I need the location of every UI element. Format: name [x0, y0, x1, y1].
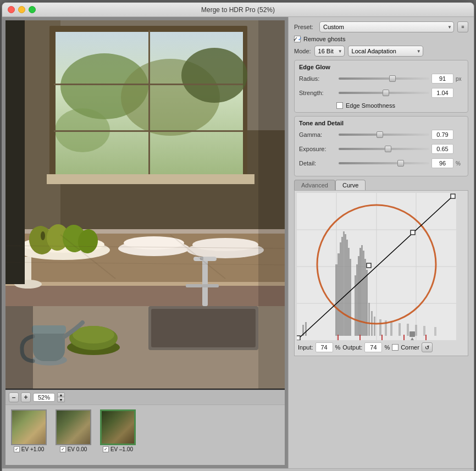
adaptation-select[interactable]: Local Adaptation Equalize Histogram High…	[348, 46, 423, 57]
preset-menu-button[interactable]: ≡	[457, 21, 468, 32]
corner-checkbox[interactable]	[392, 344, 398, 351]
exposure-slider[interactable]	[339, 148, 429, 150]
svg-rect-14	[47, 174, 254, 184]
zoom-step-up[interactable]: ▲	[57, 392, 65, 397]
tab-advanced[interactable]: Advanced	[294, 180, 335, 190]
svg-rect-89	[434, 327, 436, 336]
exposure-label: Exposure:	[299, 146, 336, 152]
tone-detail-title: Tone and Detail	[299, 120, 463, 126]
detail-slider[interactable]	[339, 162, 429, 164]
zoom-out-button[interactable]: –	[9, 392, 19, 402]
svg-rect-88	[423, 326, 425, 336]
gamma-label: Gamma:	[299, 131, 336, 138]
svg-rect-72	[356, 264, 358, 336]
thumb-check-3[interactable]: ✓	[103, 446, 109, 452]
gamma-slider[interactable]	[339, 134, 429, 136]
preset-select[interactable]: Custom Default Photorealistic	[319, 21, 454, 32]
thumb-label-2: ✓ EV 0.00	[60, 446, 87, 452]
zoom-stepper[interactable]: ▲ ▼	[57, 392, 65, 402]
svg-rect-48	[5, 20, 25, 284]
svg-rect-97	[297, 336, 300, 340]
curve-panel: Input: 74 % Output: 74 % Corner ↺	[294, 190, 468, 356]
svg-rect-86	[407, 324, 409, 336]
zoom-in-button[interactable]: +	[21, 392, 31, 402]
bit-depth-select[interactable]: 8 Bit 16 Bit 32 Bit	[314, 46, 345, 57]
svg-rect-68	[346, 240, 348, 336]
svg-rect-62	[335, 264, 337, 336]
strength-slider[interactable]	[339, 92, 429, 94]
strength-label: Strength:	[299, 90, 336, 96]
thumb-check-2[interactable]: ✓	[60, 446, 66, 452]
window-title: Merge to HDR Pro (52%)	[201, 6, 275, 14]
svg-rect-45	[32, 325, 66, 334]
zoom-value: 52%	[33, 393, 55, 402]
edge-smoothness-row: Edge Smoothness	[299, 102, 463, 109]
svg-rect-67	[345, 234, 346, 336]
output-label: Output:	[342, 344, 362, 351]
svg-rect-13	[54, 130, 243, 132]
preview-container	[5, 20, 285, 390]
svg-rect-39	[202, 284, 219, 287]
gamma-row: Gamma: 0.79	[299, 130, 463, 140]
svg-rect-85	[398, 323, 401, 336]
bottom-buttons: Cancel OK	[2, 468, 474, 471]
curve-svg	[297, 193, 456, 340]
tone-detail-section: Tone and Detail Gamma: 0.79 Exposure: 0.…	[294, 116, 468, 176]
strength-slider-area	[339, 92, 429, 94]
svg-rect-71	[355, 275, 356, 336]
radius-row: Radius: 91 px	[299, 74, 463, 84]
svg-rect-78	[366, 270, 368, 336]
svg-rect-66	[343, 231, 345, 336]
thumbnail-3[interactable]: ✓ EV –1.00	[100, 409, 136, 452]
curve-canvas[interactable]	[297, 193, 456, 340]
thumbnail-2[interactable]: ✓ EV 0.00	[56, 409, 91, 452]
curve-bottom-controls: Input: 74 % Output: 74 % Corner ↺	[297, 340, 466, 353]
detail-slider-area	[339, 162, 429, 164]
edge-smoothness-label: Edge Smoothness	[346, 102, 395, 109]
thumb-image-1	[11, 409, 47, 445]
gamma-value[interactable]: 0.79	[431, 130, 453, 140]
detail-value[interactable]: 96	[431, 158, 453, 168]
exposure-row: Exposure: 0.65	[299, 144, 463, 154]
minimize-button[interactable]	[18, 6, 25, 13]
thumb-label-3: ✓ EV –1.00	[103, 446, 133, 452]
edge-glow-section: Edge Glow Radius: 91 px Strength: 1.04	[294, 60, 468, 113]
radius-slider-area	[339, 77, 429, 80]
close-button[interactable]	[8, 6, 15, 13]
thumbnail-1[interactable]: ✓ EV +1.00	[11, 409, 47, 452]
thumb-check-1[interactable]: ✓	[14, 446, 20, 452]
tab-curve[interactable]: Curve	[335, 180, 366, 190]
svg-rect-99	[367, 263, 371, 268]
mode-label: Mode:	[294, 48, 311, 54]
content-area: – + 52% ▲ ▼ ✓ EV +1.00	[2, 17, 474, 468]
adaptation-select-wrapper: Local Adaptation Equalize Histogram High…	[348, 46, 423, 57]
svg-rect-18	[5, 281, 285, 286]
svg-rect-82	[379, 319, 381, 336]
svg-rect-73	[358, 256, 359, 336]
svg-rect-34	[151, 309, 256, 347]
curve-reset-button[interactable]: ↺	[422, 342, 433, 352]
zoom-button[interactable]	[29, 6, 36, 13]
svg-rect-38	[186, 284, 202, 287]
corner-label: Corner	[401, 344, 419, 351]
preset-select-wrapper: Custom Default Photorealistic ▼	[319, 21, 454, 32]
preview-image	[5, 20, 285, 389]
radius-value[interactable]: 91	[431, 74, 453, 84]
remove-ghosts-checkbox[interactable]: ✓	[294, 36, 301, 42]
exposure-value[interactable]: 0.65	[431, 144, 453, 154]
strength-value[interactable]: 1.04	[431, 88, 453, 98]
input-value[interactable]: 74	[316, 342, 333, 352]
thumb-preview-2	[57, 411, 90, 444]
input-label: Input:	[298, 344, 313, 351]
edge-glow-title: Edge Glow	[299, 64, 463, 70]
detail-unit: %	[456, 160, 463, 167]
output-value[interactable]: 74	[364, 342, 382, 352]
radius-slider[interactable]	[339, 77, 429, 80]
main-window: Merge to HDR Pro (52%)	[2, 2, 474, 471]
svg-rect-12	[54, 84, 243, 85]
zoom-step-down[interactable]: ▼	[57, 397, 65, 402]
preset-label: Preset:	[294, 24, 316, 30]
edge-smoothness-checkbox[interactable]	[336, 102, 343, 109]
bit-select-wrapper: 8 Bit 16 Bit 32 Bit ▼	[314, 46, 345, 57]
svg-rect-17	[5, 284, 285, 306]
